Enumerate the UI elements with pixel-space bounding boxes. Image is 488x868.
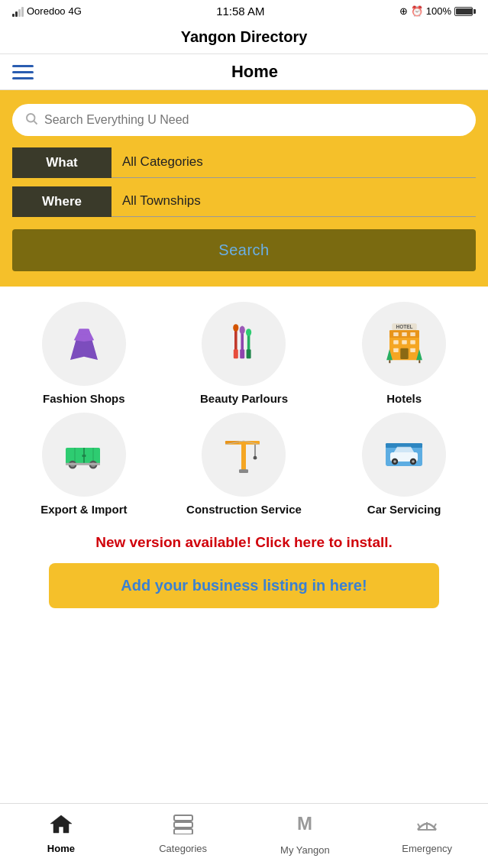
svg-rect-50 bbox=[239, 469, 248, 473]
svg-rect-24 bbox=[410, 340, 415, 344]
svg-rect-29 bbox=[389, 360, 390, 363]
search-button[interactable]: Search bbox=[12, 229, 476, 271]
construction-icon-circle bbox=[202, 413, 286, 497]
svg-marker-61 bbox=[50, 815, 72, 833]
car-icon-circle bbox=[362, 413, 446, 497]
categories-icon bbox=[172, 813, 195, 840]
svg-point-56 bbox=[393, 460, 396, 463]
svg-rect-22 bbox=[393, 340, 399, 344]
battery-icon bbox=[454, 7, 476, 16]
beauty-icon bbox=[221, 321, 267, 367]
svg-point-58 bbox=[412, 460, 415, 463]
categories-section: Fashion Shops Beauty Parl bbox=[0, 287, 488, 523]
myyangon-icon: M bbox=[292, 811, 317, 841]
bottom-nav-emergency[interactable]: Emergency bbox=[400, 813, 454, 854]
home-icon bbox=[50, 813, 73, 840]
category-export[interactable]: Export & Import bbox=[8, 413, 160, 516]
svg-rect-19 bbox=[393, 332, 399, 335]
category-beauty[interactable]: Beauty Parlours bbox=[168, 302, 321, 405]
svg-rect-43 bbox=[241, 441, 246, 471]
export-label: Export & Import bbox=[40, 503, 127, 516]
svg-rect-42 bbox=[66, 463, 100, 465]
svg-point-9 bbox=[240, 326, 245, 335]
bottom-nav: Home Categories M My Yangon bbox=[0, 803, 488, 868]
category-hotels[interactable]: HOTEL bbox=[328, 302, 480, 405]
svg-rect-64 bbox=[174, 829, 192, 834]
status-right: ⊕ ⏰ 100% bbox=[399, 5, 476, 17]
bottom-nav-myyangon[interactable]: M My Yangon bbox=[278, 811, 331, 856]
svg-point-47 bbox=[254, 456, 257, 460]
what-filter-row: What All Categories bbox=[12, 147, 476, 178]
construction-icon bbox=[221, 432, 267, 478]
app-title-bar: Yangon Directory bbox=[0, 22, 488, 54]
svg-rect-5 bbox=[79, 329, 89, 334]
svg-rect-26 bbox=[410, 348, 415, 351]
app-title: Yangon Directory bbox=[181, 28, 308, 45]
categories-grid: Fashion Shops Beauty Parl bbox=[8, 302, 480, 516]
fashion-icon bbox=[61, 321, 107, 367]
search-icon bbox=[24, 112, 38, 128]
svg-rect-62 bbox=[174, 815, 192, 821]
emergency-nav-label: Emergency bbox=[402, 843, 452, 854]
svg-rect-37 bbox=[82, 455, 86, 457]
search-section: What All Categories Where All Townships … bbox=[0, 90, 488, 287]
svg-text:HOTEL: HOTEL bbox=[396, 324, 412, 329]
carrier-label: Ooredoo bbox=[27, 5, 66, 17]
update-banner[interactable]: New version available! Click here to ins… bbox=[0, 523, 488, 557]
search-bar[interactable] bbox=[12, 104, 476, 136]
fashion-icon-circle bbox=[42, 302, 126, 386]
svg-rect-14 bbox=[247, 349, 251, 358]
svg-text:M: M bbox=[297, 813, 312, 834]
home-nav-label: Home bbox=[47, 843, 75, 854]
export-icon bbox=[61, 432, 107, 478]
svg-rect-20 bbox=[402, 332, 407, 335]
lock-icon: ⊕ bbox=[399, 5, 408, 17]
category-construction[interactable]: Construction Service bbox=[168, 413, 321, 516]
where-filter-row: Where All Townships bbox=[12, 186, 476, 217]
status-bar: Ooredoo 4G 11:58 AM ⊕ ⏰ 100% bbox=[0, 0, 488, 22]
svg-rect-12 bbox=[234, 349, 238, 358]
construction-label: Construction Service bbox=[186, 503, 302, 516]
hamburger-menu[interactable] bbox=[12, 65, 34, 79]
search-input[interactable] bbox=[44, 113, 464, 127]
svg-rect-21 bbox=[410, 332, 415, 335]
fashion-label: Fashion Shops bbox=[43, 392, 125, 405]
svg-marker-54 bbox=[394, 447, 414, 452]
svg-line-67 bbox=[418, 824, 420, 828]
bottom-nav-categories[interactable]: Categories bbox=[157, 813, 210, 854]
car-label: Car Servicing bbox=[367, 503, 441, 516]
svg-point-7 bbox=[234, 324, 239, 332]
svg-rect-13 bbox=[241, 349, 245, 358]
nav-title: Home bbox=[34, 62, 476, 82]
hotel-label: Hotels bbox=[386, 392, 422, 405]
beauty-icon-circle bbox=[202, 302, 286, 386]
battery-label: 100% bbox=[426, 5, 451, 17]
what-label: What bbox=[12, 147, 111, 178]
hotel-icon-circle: HOTEL bbox=[362, 302, 446, 386]
status-time: 11:58 AM bbox=[216, 5, 264, 18]
categories-nav-label: Categories bbox=[159, 843, 207, 854]
svg-point-11 bbox=[246, 329, 251, 336]
myyangon-nav-label: My Yangon bbox=[280, 844, 330, 856]
beauty-label: Beauty Parlours bbox=[200, 392, 288, 405]
svg-rect-25 bbox=[393, 348, 399, 351]
svg-rect-31 bbox=[419, 360, 420, 363]
alarm-icon: ⏰ bbox=[411, 5, 423, 17]
car-icon bbox=[381, 432, 427, 478]
where-label: Where bbox=[12, 186, 111, 217]
hotel-icon: HOTEL bbox=[380, 319, 429, 369]
business-listing-button[interactable]: Add your business listing in here! bbox=[49, 563, 439, 608]
nav-bar: Home bbox=[0, 54, 488, 90]
svg-point-0 bbox=[27, 114, 35, 122]
svg-line-1 bbox=[34, 121, 37, 124]
category-car[interactable]: Car Servicing bbox=[328, 413, 480, 516]
svg-rect-27 bbox=[400, 348, 408, 358]
what-value[interactable]: All Categories bbox=[111, 147, 476, 178]
bottom-nav-home[interactable]: Home bbox=[34, 813, 88, 854]
export-icon-circle bbox=[42, 413, 126, 497]
emergency-icon bbox=[415, 813, 439, 840]
where-value[interactable]: All Townships bbox=[111, 186, 476, 217]
svg-rect-63 bbox=[174, 822, 192, 828]
category-fashion[interactable]: Fashion Shops bbox=[8, 302, 160, 405]
network-type: 4G bbox=[69, 5, 82, 17]
